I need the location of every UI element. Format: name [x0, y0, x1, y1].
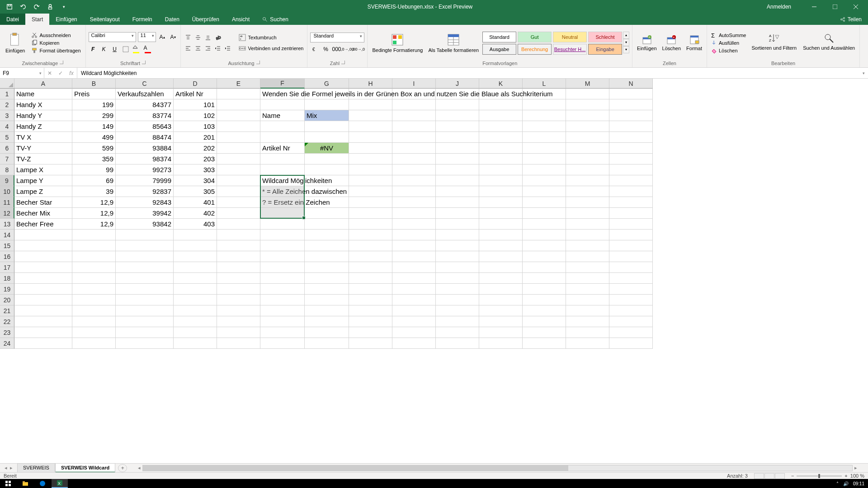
undo-icon[interactable]	[19, 3, 27, 11]
cell[interactable]: 201	[174, 132, 217, 143]
style-ausgabe[interactable]: Ausgabe	[482, 44, 516, 55]
cell[interactable]	[436, 208, 479, 219]
add-sheet-button[interactable]: +	[118, 464, 127, 472]
tab-file[interactable]: Datei	[0, 14, 25, 25]
cell[interactable]	[14, 305, 72, 316]
minimize-button[interactable]	[804, 0, 825, 14]
cell[interactable]	[217, 240, 260, 251]
cell[interactable]	[609, 219, 653, 230]
cell[interactable]: Name	[14, 89, 72, 99]
cell[interactable]	[479, 338, 523, 349]
style-standard[interactable]: Standard	[482, 32, 516, 42]
cell[interactable]	[392, 284, 436, 295]
cell[interactable]	[566, 164, 609, 175]
cell[interactable]	[566, 186, 609, 197]
clipboard-dialog-launcher[interactable]	[60, 61, 63, 64]
cell[interactable]	[72, 284, 116, 295]
cell[interactable]: Lampe Z	[14, 186, 72, 197]
cell[interactable]	[523, 273, 566, 284]
cell[interactable]: Name	[260, 110, 305, 121]
cell[interactable]	[566, 305, 609, 316]
customize-qat-icon[interactable]: ▾	[60, 3, 68, 11]
cell[interactable]	[72, 240, 116, 251]
decrease-indent-button[interactable]	[213, 44, 222, 53]
cut-button[interactable]: Ausschneiden	[29, 32, 82, 39]
cell[interactable]	[72, 327, 116, 338]
cell[interactable]	[174, 284, 217, 295]
cell[interactable]	[260, 327, 305, 338]
style-neutral[interactable]: Neutral	[553, 32, 587, 42]
sign-in-link[interactable]: Anmelden	[767, 4, 791, 10]
cell[interactable]	[523, 164, 566, 175]
cell[interactable]	[392, 175, 436, 186]
cell[interactable]: Verkaufszahlen	[116, 89, 174, 99]
cell[interactable]	[217, 110, 260, 121]
cell[interactable]	[349, 316, 392, 327]
save-icon[interactable]	[5, 3, 14, 11]
cell[interactable]	[523, 143, 566, 154]
cell[interactable]	[523, 327, 566, 338]
cell[interactable]	[217, 164, 260, 175]
cell[interactable]	[349, 230, 392, 240]
cell[interactable]	[349, 143, 392, 154]
formula-enter-button[interactable]: ✓	[55, 68, 66, 78]
row-header-2[interactable]: 2	[0, 99, 14, 110]
cell[interactable]	[479, 197, 523, 208]
cell[interactable]	[72, 295, 116, 305]
cell[interactable]	[479, 164, 523, 175]
cell[interactable]	[566, 175, 609, 186]
tab-review[interactable]: Überprüfen	[186, 14, 226, 25]
cell[interactable]	[436, 154, 479, 164]
cell[interactable]: 92837	[116, 186, 174, 197]
column-header-L[interactable]: L	[523, 79, 566, 89]
cell[interactable]	[349, 164, 392, 175]
merge-center-button[interactable]: Verbinden und zentrieren	[238, 44, 305, 53]
column-header-E[interactable]: E	[217, 79, 260, 89]
maximize-button[interactable]	[825, 0, 845, 14]
tab-search[interactable]: Suchen	[256, 14, 295, 25]
column-header-D[interactable]: D	[174, 79, 217, 89]
cell[interactable]	[479, 284, 523, 295]
cell[interactable]: Preis	[72, 89, 116, 99]
cell[interactable]: Artikel Nr	[260, 143, 305, 154]
sheet-tab-sverweis[interactable]: SVERWEIS	[17, 463, 55, 473]
cell[interactable]	[260, 284, 305, 295]
cell[interactable]	[217, 154, 260, 164]
cell[interactable]	[392, 251, 436, 262]
cell[interactable]	[479, 186, 523, 197]
cell[interactable]: ? = Ersetz ein Zeichen	[260, 197, 305, 208]
row-header-3[interactable]: 3	[0, 110, 14, 121]
cell[interactable]	[349, 240, 392, 251]
style-gut[interactable]: Gut	[518, 32, 552, 42]
cell[interactable]	[305, 273, 349, 284]
cell[interactable]	[609, 197, 653, 208]
cell[interactable]	[392, 230, 436, 240]
cell[interactable]	[72, 230, 116, 240]
cell[interactable]	[566, 110, 609, 121]
touch-mode-icon[interactable]	[46, 3, 54, 11]
row-header-9[interactable]: 9	[0, 175, 14, 186]
tab-home[interactable]: Start	[25, 14, 49, 25]
start-button[interactable]	[0, 479, 16, 488]
cell[interactable]	[217, 284, 260, 295]
cell[interactable]	[566, 208, 609, 219]
cell[interactable]	[479, 316, 523, 327]
cell[interactable]	[116, 305, 174, 316]
orientation-button[interactable]: ab	[213, 33, 222, 42]
format-painter-button[interactable]: Format übertragen	[29, 47, 82, 54]
cell[interactable]	[609, 295, 653, 305]
cell[interactable]	[479, 154, 523, 164]
taskbar-clock[interactable]: 09:11	[853, 481, 864, 486]
tab-formulas[interactable]: Formeln	[126, 14, 159, 25]
horizontal-scrollbar[interactable]: ◂ ▸	[136, 465, 859, 471]
cell[interactable]: #NV	[305, 143, 349, 154]
cell[interactable]	[260, 121, 305, 132]
style-besuchter[interactable]: Besuchter H...	[553, 44, 587, 55]
cell[interactable]: 202	[174, 143, 217, 154]
cell[interactable]	[479, 175, 523, 186]
accounting-format-button[interactable]: €	[310, 45, 319, 54]
zoom-out-button[interactable]: −	[791, 473, 794, 479]
cell[interactable]	[392, 143, 436, 154]
cell[interactable]: 402	[174, 208, 217, 219]
view-normal-button[interactable]	[754, 473, 764, 479]
